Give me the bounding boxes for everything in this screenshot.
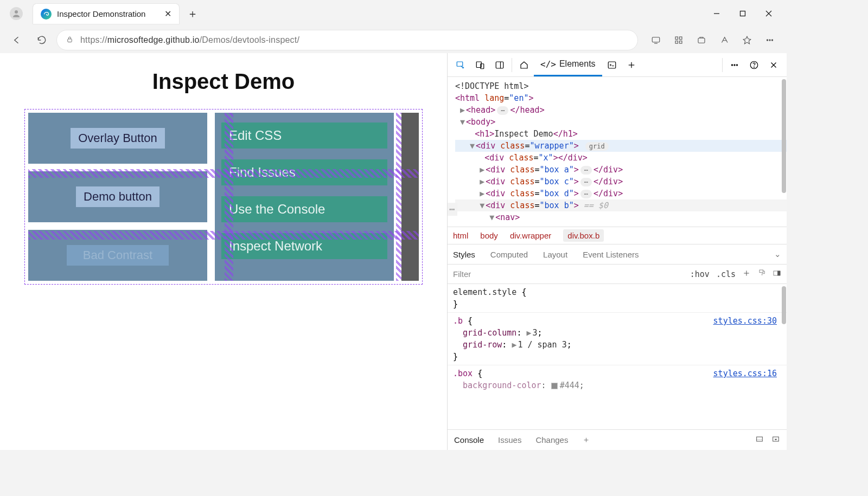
- tab-title: Inspector Demonstration: [57, 9, 145, 18]
- refresh-button[interactable]: [31, 30, 52, 50]
- source-link[interactable]: styles.css:16: [713, 368, 777, 379]
- devtools-close-icon[interactable]: [764, 56, 783, 74]
- breadcrumb: html body div.wrapper div.box.b: [448, 227, 787, 244]
- nav-item-inspect-network[interactable]: Inspect Network: [221, 233, 387, 259]
- flex-icon[interactable]: [773, 269, 781, 280]
- devtools-more-icon[interactable]: [725, 56, 744, 74]
- drawer-tab-issues[interactable]: Issues: [498, 435, 521, 445]
- inspect-element-icon[interactable]: [451, 56, 470, 74]
- profile-avatar[interactable]: [10, 7, 23, 20]
- drawer-tab-console[interactable]: Console: [454, 435, 484, 445]
- crumb-box-b[interactable]: div.box.b: [563, 229, 604, 242]
- drawer-tab-changes[interactable]: Changes: [535, 435, 568, 445]
- tab-event-listeners[interactable]: Event Listeners: [583, 250, 639, 259]
- devtools-toolbar: </>Elements: [448, 53, 787, 77]
- crumb-wrapper[interactable]: div.wrapper: [510, 231, 551, 240]
- source-link[interactable]: styles.css:30: [713, 315, 777, 327]
- crumb-html[interactable]: html: [453, 231, 468, 240]
- svg-rect-9: [680, 37, 682, 40]
- rule-b[interactable]: styles.css:30 .b { grid-column: ▶3; grid…: [448, 313, 787, 365]
- devtools-drawer: Console Issues Changes ＋: [448, 429, 787, 450]
- dom-tree[interactable]: <!DOCTYPE html> <html lang="en"> ▶<head>…: [448, 77, 787, 227]
- window-close-button[interactable]: [756, 3, 781, 24]
- svg-point-14: [767, 40, 768, 41]
- tab-console-icon[interactable]: [602, 56, 622, 74]
- more-icon[interactable]: [760, 30, 780, 50]
- devtools-panel: </>Elements <!DOCTYPE html> <html lang="…: [447, 53, 787, 450]
- box-c: Demo button: [28, 171, 207, 222]
- svg-rect-5: [68, 39, 72, 42]
- dock-side-icon[interactable]: [490, 56, 509, 74]
- wrapper-grid: Overlay Button Edit CSS Find Issues Use …: [25, 109, 422, 284]
- drawer-expand-icon[interactable]: [771, 435, 780, 445]
- browser-titlebar: Inspector Demonstration ✕ ＋: [0, 0, 787, 27]
- box-a: Overlay Button: [28, 113, 207, 164]
- demo-button[interactable]: Demo button: [76, 186, 159, 207]
- crumb-body[interactable]: body: [480, 231, 498, 240]
- chevron-down-icon[interactable]: ⌄: [774, 249, 781, 259]
- lock-icon: [66, 35, 74, 45]
- favorite-icon[interactable]: [737, 30, 757, 50]
- svg-point-29: [754, 67, 754, 67]
- drawer-add-icon[interactable]: ＋: [582, 435, 590, 445]
- styles-pane[interactable]: element.style { } styles.css:30 .b { gri…: [448, 284, 787, 429]
- dom-ellipsis-icon[interactable]: ⋯: [448, 203, 457, 216]
- hov-toggle[interactable]: :hov: [690, 269, 710, 279]
- svg-rect-22: [608, 62, 616, 68]
- svg-rect-8: [675, 37, 678, 40]
- address-bar[interactable]: https://microsoftedge.github.io/Demos/de…: [56, 30, 638, 50]
- device-emulation-icon[interactable]: [470, 56, 490, 74]
- tab-close-icon[interactable]: ✕: [164, 9, 171, 19]
- overlay-button[interactable]: Overlay Button: [71, 128, 165, 149]
- cls-toggle[interactable]: .cls: [716, 269, 736, 279]
- screencast-icon[interactable]: [646, 30, 666, 50]
- extensions-icon[interactable]: [668, 30, 689, 50]
- svg-point-25: [731, 64, 732, 65]
- svg-point-0: [15, 10, 18, 14]
- svg-rect-37: [757, 437, 763, 441]
- grid-overlay: Overlay Button Edit CSS Find Issues Use …: [24, 109, 423, 285]
- svg-rect-10: [675, 41, 678, 44]
- svg-rect-2: [741, 11, 745, 16]
- svg-rect-11: [680, 41, 682, 44]
- styles-tabs: Styles Computed Layout Event Listeners ⌄: [448, 244, 787, 265]
- edge-favicon: [41, 9, 52, 20]
- nav-item-edit-css[interactable]: Edit CSS: [221, 123, 387, 149]
- box-d: Bad Contrast: [28, 230, 207, 281]
- drawer-dock-icon[interactable]: [755, 435, 764, 445]
- tab-elements[interactable]: </>Elements: [534, 53, 602, 76]
- dom-node-wrapper[interactable]: ▼<div class="wrapper"> grid: [455, 140, 787, 152]
- bad-contrast-button[interactable]: Bad Contrast: [67, 245, 169, 266]
- new-tab-icon[interactable]: [622, 56, 641, 74]
- tab-layout[interactable]: Layout: [543, 250, 567, 259]
- browser-tab[interactable]: Inspector Demonstration ✕: [33, 3, 180, 24]
- tab-styles[interactable]: Styles: [453, 250, 475, 259]
- svg-point-16: [771, 40, 773, 41]
- devtools-help-icon[interactable]: [744, 56, 764, 74]
- window-maximize-button[interactable]: [730, 3, 755, 24]
- rule-box[interactable]: styles.css:16 .box { background-color: #…: [448, 365, 787, 394]
- svg-rect-34: [760, 270, 763, 273]
- svg-point-15: [769, 40, 770, 41]
- collections-icon[interactable]: [691, 30, 712, 50]
- styles-filter-bar: Filter :hov .cls: [448, 265, 787, 284]
- new-rule-icon[interactable]: [742, 269, 751, 280]
- svg-rect-12: [698, 38, 705, 43]
- paint-icon[interactable]: [757, 269, 766, 280]
- svg-rect-20: [496, 62, 503, 68]
- nav-item-find-issues[interactable]: Find Issues: [221, 159, 387, 185]
- window-minimize-button[interactable]: [704, 3, 729, 24]
- back-button[interactable]: [7, 30, 27, 50]
- welcome-icon[interactable]: [514, 56, 534, 74]
- svg-rect-6: [652, 37, 660, 42]
- read-aloud-icon[interactable]: [714, 30, 735, 50]
- rule-element-style[interactable]: element.style { }: [448, 284, 787, 313]
- new-tab-button[interactable]: ＋: [187, 7, 198, 21]
- svg-rect-17: [457, 62, 463, 66]
- nav-item-use-console[interactable]: Use the Console: [221, 196, 387, 222]
- dom-node-box-b[interactable]: ▼<div class="box b"> == $0: [455, 199, 787, 211]
- tab-computed[interactable]: Computed: [490, 250, 528, 259]
- filter-input[interactable]: Filter: [453, 269, 471, 279]
- svg-point-27: [736, 64, 737, 65]
- browser-toolbar: https://microsoftedge.github.io/Demos/de…: [0, 27, 787, 53]
